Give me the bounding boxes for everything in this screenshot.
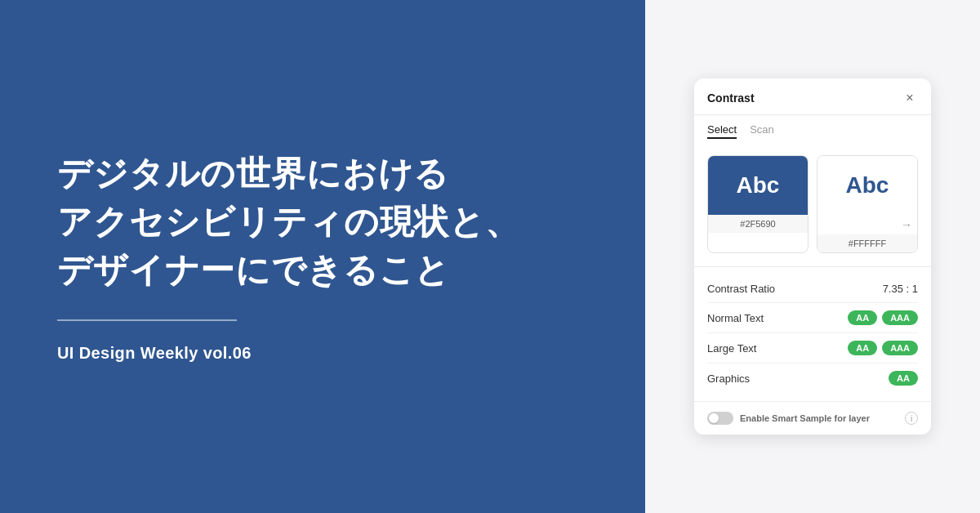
normal-text-badges: AA AAA	[848, 310, 918, 325]
large-text-badge-aaa: AAA	[882, 341, 918, 355]
color-hex-2: #FFFFFF	[817, 234, 917, 252]
title-line-3: デザイナーにできること	[57, 247, 588, 295]
graphics-badges: AA	[889, 371, 918, 386]
color-preview-1: Abc	[708, 156, 808, 215]
title-line-1: デジタルの世界における	[57, 150, 588, 199]
info-icon[interactable]: i	[905, 412, 918, 425]
subtitle: UI Design Weekly vol.06	[57, 344, 588, 363]
contrast-ratio-label: Contrast Ratio	[707, 283, 775, 295]
title-divider	[57, 319, 237, 321]
footer-text: Enable Smart Sample for layer	[740, 413, 898, 423]
contrast-ratio-value: 7.35 : 1	[883, 283, 918, 295]
tab-select[interactable]: Select	[707, 123, 737, 139]
left-panel: デジタルの世界における アクセシビリティの現状と、 デザイナーにできること UI…	[0, 0, 645, 513]
large-text-label: Large Text	[707, 342, 756, 355]
color-samples: Abc #2F5690 Abc → #FFFFFF	[694, 145, 931, 266]
normal-text-row: Normal Text AA AAA	[707, 303, 918, 333]
tab-scan[interactable]: Scan	[750, 123, 774, 139]
arrow-indicator: →	[817, 215, 917, 234]
widget-footer: Enable Smart Sample for layer i	[694, 401, 931, 435]
graphics-row: Graphics AA	[707, 364, 918, 393]
normal-text-badge-aa: AA	[848, 310, 877, 325]
color-preview-2: Abc	[817, 156, 917, 215]
close-button[interactable]: ×	[902, 90, 918, 106]
graphics-label: Graphics	[707, 372, 750, 385]
widget-tabs: Select Scan	[694, 115, 931, 145]
contrast-widget: Contrast × Select Scan Abc #2F5690 Abc →…	[694, 78, 931, 435]
color-hex-1: #2F5690	[708, 215, 808, 233]
normal-text-label: Normal Text	[707, 312, 764, 324]
large-text-badge-aa: AA	[848, 341, 877, 355]
contrast-rows: Contrast Ratio 7.35 : 1 Normal Text AA A…	[694, 267, 931, 401]
main-title: デジタルの世界における アクセシビリティの現状と、 デザイナーにできること	[57, 150, 588, 294]
large-text-row: Large Text AA AAA	[707, 333, 918, 364]
widget-header: Contrast ×	[694, 78, 931, 115]
widget-title: Contrast	[707, 91, 755, 105]
footer-suffix: for layer	[835, 413, 870, 423]
contrast-ratio-row: Contrast Ratio 7.35 : 1	[707, 275, 918, 303]
color-box-2[interactable]: Abc → #FFFFFF	[817, 155, 918, 253]
graphics-badge-aa: AA	[889, 371, 918, 386]
right-panel: Contrast × Select Scan Abc #2F5690 Abc →…	[645, 0, 980, 513]
title-line-2: アクセシビリティの現状と、	[57, 199, 588, 247]
large-text-badges: AA AAA	[848, 341, 918, 355]
normal-text-badge-aaa: AAA	[882, 310, 918, 325]
color-box-1[interactable]: Abc #2F5690	[707, 155, 808, 253]
smart-sample-toggle[interactable]	[707, 412, 733, 425]
color-preview-text-1: Abc	[737, 172, 780, 199]
color-preview-text-2: Abc	[846, 172, 889, 199]
footer-toggle-label: Enable Smart Sample	[740, 413, 832, 423]
